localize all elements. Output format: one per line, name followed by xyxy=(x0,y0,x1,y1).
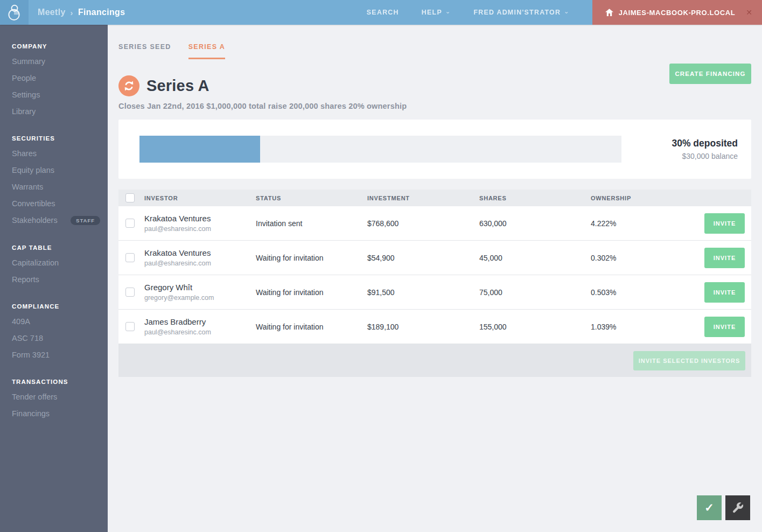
investment-cell: $768,600 xyxy=(367,219,479,228)
sidebar-item-equity-plans[interactable]: Equity plans xyxy=(12,162,108,178)
home-icon xyxy=(605,9,613,16)
staff-badge: STAFF xyxy=(71,216,100,225)
tab-series-a[interactable]: SERIES A xyxy=(188,43,225,59)
invite-button[interactable]: INVITE xyxy=(704,213,745,234)
sidebar-item-409a[interactable]: 409A xyxy=(12,313,108,330)
progress-fill xyxy=(139,136,260,163)
column-header-ownership: OWNERSHIP xyxy=(591,195,704,201)
breadcrumb-separator-icon: › xyxy=(71,8,73,17)
sidebar-item-form-3921[interactable]: Form 3921 xyxy=(12,346,108,363)
sidebar-item-warrants[interactable]: Warrants xyxy=(12,178,108,195)
main-content: SERIES SEED SERIES A CREATE FINANCING Se… xyxy=(108,25,762,377)
investment-cell: $54,900 xyxy=(367,254,479,262)
sidebar-item-capitalization[interactable]: Capitalization xyxy=(12,254,108,271)
investor-email: paul@esharesinc.com xyxy=(144,225,256,233)
row-checkbox[interactable] xyxy=(125,288,135,297)
progress-bar-track xyxy=(139,136,621,163)
balance-label: $30,000 balance xyxy=(621,152,738,160)
shares-cell: 630,000 xyxy=(479,219,591,228)
status-cell: Waiting for invitation xyxy=(256,288,367,297)
sidebar-section-title: COMPANY xyxy=(12,38,108,53)
chevron-down-icon: ⌄ xyxy=(445,8,451,15)
column-header-investment: INVESTMENT xyxy=(367,195,479,201)
row-checkbox[interactable] xyxy=(125,253,135,262)
table-row: James Bradberry paul@esharesinc.com Wait… xyxy=(118,310,751,344)
investor-name: James Bradberry xyxy=(144,317,256,326)
sidebar-item-reports[interactable]: Reports xyxy=(12,271,108,288)
status-cell: Invitation sent xyxy=(256,219,367,228)
sidebar-item-summary[interactable]: Summary xyxy=(12,53,108,69)
host-banner: JAIMES-MACBOOK-PRO.LOCAL ✕ xyxy=(592,0,762,25)
tab-series-seed[interactable]: SERIES SEED xyxy=(118,43,171,59)
page-header: Series A xyxy=(118,75,751,96)
column-header-status: STATUS xyxy=(256,195,367,201)
sidebar-section-title: COMPLIANCE xyxy=(12,298,108,313)
top-nav: SEARCH HELP⌄ FRED ADMIN'STRATOR⌄ JAIMES-… xyxy=(367,0,762,25)
sidebar-item-shares[interactable]: Shares xyxy=(12,145,108,162)
host-banner-label: JAIMES-MACBOOK-PRO.LOCAL xyxy=(619,9,736,17)
shares-cell: 45,000 xyxy=(479,254,591,262)
invite-button[interactable]: INVITE xyxy=(704,248,745,268)
sidebar-section-securities: SECURITIES Shares Equity plans Warrants … xyxy=(12,130,108,229)
refresh-icon xyxy=(118,75,139,96)
check-icon: ✓ xyxy=(704,501,714,514)
breadcrumb-app[interactable]: Meetly xyxy=(38,8,66,17)
row-checkbox[interactable] xyxy=(125,219,135,228)
user-menu[interactable]: FRED ADMIN'STRATOR⌄ xyxy=(473,9,569,16)
sidebar-section-title: SECURITIES xyxy=(12,130,108,145)
financing-tabs: SERIES SEED SERIES A xyxy=(118,25,751,59)
confirm-button[interactable]: ✓ xyxy=(697,495,722,520)
ownership-cell: 0.302% xyxy=(591,254,704,262)
investor-name: Gregory Whît xyxy=(144,283,256,292)
ownership-cell: 1.039% xyxy=(591,323,704,331)
page-subtitle: Closes Jan 22nd, 2016 $1,000,000 total r… xyxy=(118,102,751,110)
select-all-checkbox[interactable] xyxy=(125,193,135,202)
investor-email: gregory@example.com xyxy=(144,294,256,302)
investor-email: paul@esharesinc.com xyxy=(144,260,256,267)
create-financing-button[interactable]: CREATE FINANCING xyxy=(669,64,751,84)
status-cell: Waiting for invitation xyxy=(256,323,367,331)
close-icon[interactable]: ✕ xyxy=(746,8,752,17)
investment-cell: $91,500 xyxy=(367,288,479,297)
sidebar-item-financings[interactable]: Financings xyxy=(12,405,108,422)
investors-table: INVESTOR STATUS INVESTMENT SHARES OWNERS… xyxy=(118,190,751,377)
ownership-cell: 0.503% xyxy=(591,288,704,297)
investor-name: Krakatoa Ventures xyxy=(144,248,256,257)
sidebar-section-cap-table: CAP TABLE Capitalization Reports xyxy=(12,239,108,288)
table-row: Krakatoa Ventures paul@esharesinc.com In… xyxy=(118,206,751,241)
sidebar-section-title: TRANSACTIONS xyxy=(12,373,108,388)
app-logo[interactable] xyxy=(0,0,29,25)
invite-button[interactable]: INVITE xyxy=(704,317,745,337)
floating-actions: ✓ xyxy=(697,495,750,520)
sidebar-item-stakeholders[interactable]: Stakeholders STAFF xyxy=(12,212,108,229)
investor-name: Krakatoa Ventures xyxy=(144,214,256,223)
sidebar-item-convertibles[interactable]: Convertibles xyxy=(12,195,108,212)
sidebar-item-asc-718[interactable]: ASC 718 xyxy=(12,330,108,346)
investment-cell: $189,100 xyxy=(367,323,479,331)
sidebar-item-tender-offers[interactable]: Tender offers xyxy=(12,388,108,405)
sidebar-item-settings[interactable]: Settings xyxy=(12,86,108,103)
invite-button[interactable]: INVITE xyxy=(704,282,745,303)
table-row: Gregory Whît gregory@example.com Waiting… xyxy=(118,275,751,310)
deposited-percent-label: 30% deposited xyxy=(621,138,738,149)
breadcrumb: Meetly › Financings xyxy=(38,8,125,17)
table-header-row: INVESTOR STATUS INVESTMENT SHARES OWNERS… xyxy=(118,190,751,206)
page-title: Series A xyxy=(146,77,209,95)
topbar: Meetly › Financings SEARCH HELP⌄ FRED AD… xyxy=(0,0,762,25)
wrench-icon xyxy=(731,501,744,514)
sidebar-item-people[interactable]: People xyxy=(12,69,108,86)
chevron-down-icon: ⌄ xyxy=(564,8,569,15)
help-menu[interactable]: HELP⌄ xyxy=(422,9,451,16)
sidebar-section-title: CAP TABLE xyxy=(12,239,108,254)
search-link[interactable]: SEARCH xyxy=(367,9,399,16)
sidebar-section-company: COMPANY Summary People Settings Library xyxy=(12,38,108,120)
column-header-shares: SHARES xyxy=(479,195,591,201)
progress-info: 30% deposited $30,000 balance xyxy=(621,138,738,160)
settings-tools-button[interactable] xyxy=(725,495,750,520)
column-header-investor: INVESTOR xyxy=(144,195,256,201)
sidebar-item-library[interactable]: Library xyxy=(12,103,108,120)
eshares-lock-icon xyxy=(7,3,22,22)
row-checkbox[interactable] xyxy=(125,322,135,331)
ownership-cell: 4.222% xyxy=(591,219,704,228)
invite-selected-investors-button[interactable]: INVITE SELECTED INVESTORS xyxy=(633,351,745,370)
